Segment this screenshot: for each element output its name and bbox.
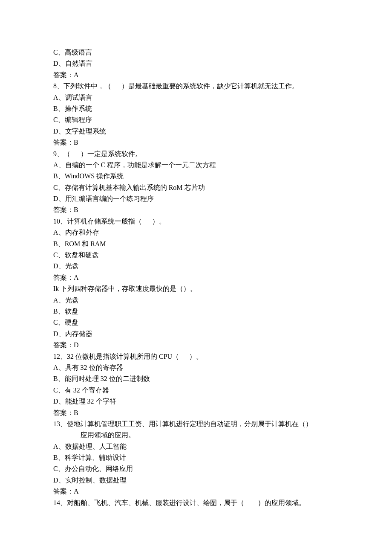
text-line: D、用汇编语言编的一个练习程序: [53, 193, 339, 204]
text-line: C、编辑程序: [53, 114, 339, 125]
text-line: B、操作系统: [53, 103, 339, 114]
text-line: C、硬盘: [53, 317, 339, 328]
text-line: C、高级语言: [53, 47, 339, 58]
text-line: B、能同时处理 32 位的二进制数: [53, 373, 339, 384]
text-line: D、实时控制、数据处理: [53, 475, 339, 486]
text-line: B、软盘: [53, 306, 339, 317]
text-line: C、存储有计算机基本输入输出系统的 RoM 芯片功: [53, 182, 339, 193]
text-line: D、内存储器: [53, 328, 339, 340]
text-line: A、自编的一个 C 程序，功能是求解一个一元二次方程: [53, 160, 339, 171]
text-line: 13、使地计算机管理职工工资、用计算机进行定理的自动证明，分别属于计算机在（）: [53, 418, 339, 430]
text-line: B、科学计算、辅助设计: [53, 452, 339, 463]
text-line: 答案：B: [53, 407, 339, 418]
text-line: B、ROM 和 RAM: [53, 238, 339, 250]
text-line: A、数据处理、人工智能: [53, 441, 339, 452]
document-page: C、高级语言D、自然语言答案：A8、下列软件中，（ ）是最基础最重要的系统软件，…: [0, 0, 392, 555]
text-line: A、内存和外存: [53, 227, 339, 238]
text-line: 应用领域的应用。: [53, 430, 339, 441]
text-line: D、光盘: [53, 261, 339, 272]
text-line: B、WindOWS 操作系统: [53, 171, 339, 182]
text-line: 10、计算机存储系统一般指（ ）。: [53, 216, 339, 227]
text-line: A、具有 32 位的寄存器: [53, 362, 339, 373]
text-line: D、能处理 32 个字符: [53, 396, 339, 407]
text-line: C、软盘和硬盘: [53, 250, 339, 261]
text-line: 12、32 位微机是指该计算机所用的 CPU（ ）。: [53, 351, 339, 362]
text-line: 8、下列软件中，（ ）是最基础最重要的系统软件，缺少它计算机就无法工作。: [53, 81, 339, 92]
text-line: 答案：A: [53, 272, 339, 283]
text-line: 答案：D: [53, 340, 339, 351]
text-line: 答案：B: [53, 204, 339, 215]
text-line: 答案：A: [53, 486, 339, 497]
document-body: C、高级语言D、自然语言答案：A8、下列软件中，（ ）是最基础最重要的系统软件，…: [53, 47, 339, 509]
text-line: 9、（ ）一定是系统软件。: [53, 148, 339, 160]
text-line: 答案：B: [53, 137, 339, 148]
text-line: D、自然语言: [53, 58, 339, 69]
text-line: C、有 32 个寄存器: [53, 385, 339, 396]
text-line: Ik 下列四种存储器中，存取速度最快的是（）。: [53, 283, 339, 294]
text-line: C、办公自动化、网络应用: [53, 463, 339, 474]
text-line: 答案：A: [53, 70, 339, 81]
text-line: D、文字处理系统: [53, 126, 339, 137]
text-line: 14、对船舶、飞机、汽车、机械、服装进行设计、绘图，属于（ ）的应用领域。: [53, 497, 339, 509]
text-line: A、调试语言: [53, 92, 339, 103]
text-line: A、光盘: [53, 295, 339, 306]
